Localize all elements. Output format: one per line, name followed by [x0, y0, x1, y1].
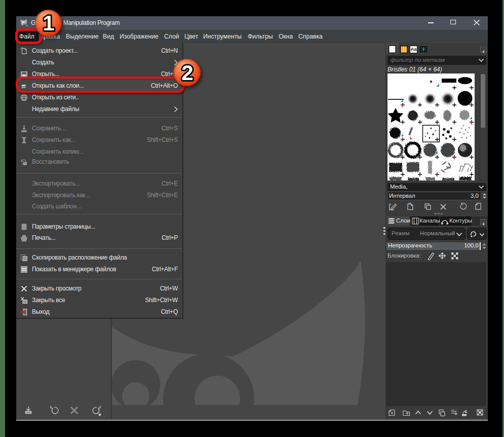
svg-text:1: 1 — [43, 11, 54, 35]
svg-text:2: 2 — [181, 61, 193, 85]
